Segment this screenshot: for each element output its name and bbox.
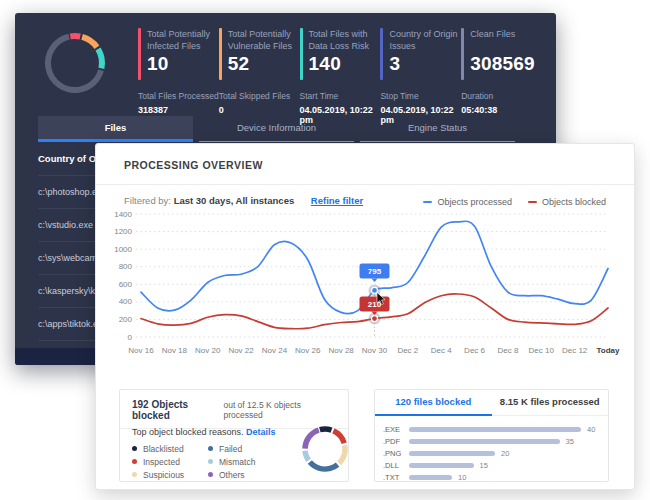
svg-text:Nov 26: Nov 26	[295, 346, 321, 355]
processing-line-chart: 0200400600800100012001400Nov 16Nov 18Nov…	[96, 202, 636, 362]
bar	[409, 463, 474, 468]
bar	[409, 475, 452, 480]
bar-row: .EXE 40	[375, 423, 608, 435]
stat-infected-files: Total Potentially Infected Files 10	[138, 28, 219, 80]
legend-dot-icon	[208, 446, 213, 451]
details-link[interactable]: Details	[246, 427, 276, 437]
stat-value: 308569	[470, 53, 535, 75]
blocked-reasons-legend: Blacklisted Inspected Suspicious Failed …	[132, 442, 284, 481]
stat-label: Total Files with Data Loss Risk	[309, 28, 381, 53]
stat-data-loss-files: Total Files with Data Loss Risk 140	[300, 28, 381, 80]
card-header: 192 Objects blocked out of 12.5 K object…	[120, 390, 348, 429]
svg-text:210: 210	[368, 300, 382, 309]
legend-inspected: Inspected	[132, 457, 208, 467]
file-type-bar-chart: .EXE 40 .PDF 35 .PNG 20 .DLL 15 .TXT	[375, 416, 608, 483]
stat-clean-files: Clean Files 308569	[461, 28, 542, 80]
processing-overview-panel: PROCESSING OVERVIEW Filtered by: Last 30…	[95, 143, 635, 490]
svg-text:Nov 18: Nov 18	[162, 346, 188, 355]
svg-text:1000: 1000	[114, 245, 132, 254]
files-summary-donut-chart	[31, 19, 119, 107]
stats-row: Total Potentially Infected Files 10 Tota…	[138, 28, 542, 80]
legend-dot-icon	[208, 459, 213, 464]
tab-files[interactable]: Files	[38, 116, 193, 142]
blocked-reasons-donut-chart	[302, 426, 348, 472]
svg-text:Dec 4: Dec 4	[431, 346, 452, 355]
stat-label: Total Potentially Vulnerable Files	[228, 28, 300, 53]
files-by-type-card: 120 files blocked 8.15 K files processed…	[374, 389, 609, 482]
processed-total-label: out of 12.5 K objects processed	[223, 400, 336, 420]
svg-text:Nov 28: Nov 28	[328, 346, 354, 355]
svg-text:Dec 12: Dec 12	[562, 346, 588, 355]
bar-row: .PNG 20	[375, 447, 608, 459]
legend-dot-icon	[132, 459, 137, 464]
svg-text:0: 0	[128, 333, 133, 342]
svg-text:Nov 22: Nov 22	[228, 346, 254, 355]
legend-others: Others	[208, 470, 284, 480]
svg-text:200: 200	[119, 315, 133, 324]
bar	[409, 451, 495, 456]
legend-dot-icon	[132, 472, 137, 477]
svg-text:Nov 20: Nov 20	[195, 346, 221, 355]
tab-files-processed[interactable]: 8.15 K files processed	[492, 390, 609, 416]
bar-row: .TXT 10	[375, 471, 608, 483]
stat-country-origin-issues: Country of Origin Issues 3	[380, 28, 461, 80]
svg-text:Today: Today	[597, 346, 621, 355]
stat-value: 10	[147, 53, 219, 75]
tab-engine-status[interactable]: Engine Status	[360, 116, 515, 142]
files-card-tabs: 120 files blocked 8.15 K files processed	[375, 390, 608, 416]
tab-files-blocked[interactable]: 120 files blocked	[375, 390, 492, 416]
svg-text:Nov 16: Nov 16	[128, 346, 154, 355]
stat-label: Clean Files	[470, 28, 535, 53]
bar	[409, 439, 560, 444]
svg-text:1400: 1400	[114, 210, 132, 219]
dashboard-tabs: Files Device Information Engine Status	[38, 116, 515, 142]
svg-text:Dec 8: Dec 8	[497, 346, 518, 355]
stat-value: 52	[228, 53, 300, 75]
svg-text:795: 795	[368, 267, 382, 276]
blocked-reasons-label: Top object blocked reasons. Details	[132, 427, 276, 437]
legend-suspicious: Suspicious	[132, 470, 208, 480]
bar	[409, 427, 581, 432]
legend-dot-icon	[208, 472, 213, 477]
svg-text:Nov 30: Nov 30	[362, 346, 388, 355]
svg-text:600: 600	[119, 280, 133, 289]
svg-text:Dec 2: Dec 2	[397, 346, 418, 355]
legend-mismatch: Mismatch	[208, 457, 284, 467]
stat-label: Total Potentially Infected Files	[147, 28, 219, 53]
stat-label: Country of Origin Issues	[389, 28, 461, 53]
svg-text:400: 400	[119, 297, 133, 306]
objects-blocked-card: 192 Objects blocked out of 12.5 K object…	[119, 389, 349, 482]
stat-value: 3	[389, 53, 461, 75]
bar-row: .DLL 15	[375, 459, 608, 471]
svg-text:Dec 10: Dec 10	[529, 346, 555, 355]
svg-text:Dec 6: Dec 6	[464, 346, 485, 355]
bar-row: .PDF 35	[375, 435, 608, 447]
legend-failed: Failed	[208, 444, 284, 454]
divider	[96, 184, 634, 185]
svg-text:1200: 1200	[114, 227, 132, 236]
svg-text:Nov 24: Nov 24	[262, 346, 288, 355]
stat-value: 140	[309, 53, 381, 75]
svg-text:800: 800	[119, 262, 133, 271]
stat-vulnerable-files: Total Potentially Vulnerable Files 52	[219, 28, 300, 80]
tab-device-information[interactable]: Device Information	[199, 116, 354, 142]
legend-blacklisted: Blacklisted	[132, 444, 208, 454]
blocked-count-label: 192 Objects blocked	[132, 399, 223, 421]
page-title: PROCESSING OVERVIEW	[124, 159, 263, 171]
legend-dot-icon	[132, 446, 137, 451]
